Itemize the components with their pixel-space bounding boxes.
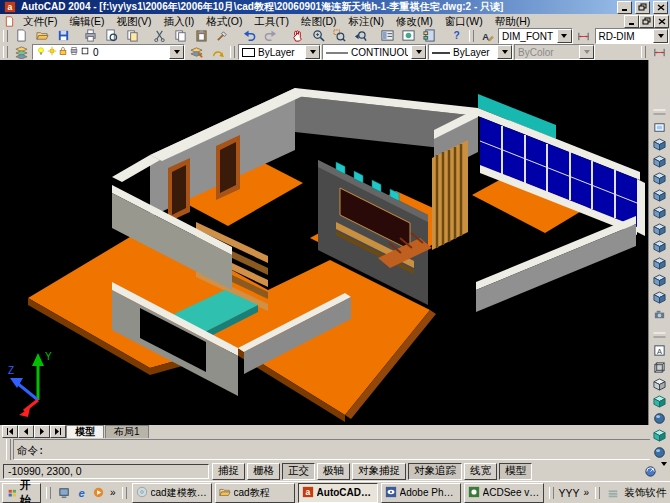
status-toggle-grid[interactable]: 栅格 bbox=[247, 463, 280, 480]
communication-center-icon[interactable] bbox=[642, 464, 658, 480]
menu-item-2[interactable]: 视图(V) bbox=[110, 15, 157, 27]
doc-close-button[interactable] bbox=[654, 15, 669, 28]
bulb-icon[interactable] bbox=[36, 46, 46, 58]
pan-button[interactable] bbox=[287, 28, 307, 44]
status-toggle-osnap[interactable]: 对象捕捉 bbox=[352, 463, 406, 480]
preview-button[interactable] bbox=[101, 28, 121, 44]
menu-item-1[interactable]: 编辑(E) bbox=[63, 15, 110, 27]
nw-isometric-button[interactable] bbox=[650, 290, 669, 307]
taskbar-grip[interactable] bbox=[595, 487, 600, 499]
bottom-view-button[interactable] bbox=[650, 154, 669, 171]
properties-button[interactable] bbox=[377, 28, 397, 44]
taskbar-window-acad[interactable]: aAutoCAD 200... bbox=[298, 483, 378, 503]
2d-wireframe-button[interactable]: A bbox=[650, 343, 669, 360]
menu-item-3[interactable]: 插入(I) bbox=[157, 15, 200, 27]
dim-style-button[interactable] bbox=[574, 28, 594, 44]
linetype-combo[interactable]: CONTINUOUS bbox=[322, 44, 427, 60]
paste-button[interactable] bbox=[191, 28, 211, 44]
design-center-button[interactable] bbox=[398, 28, 418, 44]
menu-item-4[interactable]: 格式(O) bbox=[200, 15, 248, 27]
toolbar-grip[interactable] bbox=[469, 30, 474, 42]
last-tab-button[interactable] bbox=[50, 425, 66, 438]
camera-button[interactable] bbox=[650, 307, 669, 324]
gouraud-shaded-edges-button[interactable] bbox=[650, 445, 669, 462]
combo-dropdown-arrow[interactable] bbox=[653, 29, 668, 43]
left-view-button[interactable] bbox=[650, 171, 669, 188]
flat-shaded-edges-button[interactable] bbox=[650, 428, 669, 445]
show-desktop-icon[interactable] bbox=[56, 485, 72, 501]
lock-icon[interactable] bbox=[58, 46, 68, 58]
zoom-previous-button[interactable] bbox=[350, 28, 370, 44]
status-toggle-ortho[interactable]: 正交 bbox=[282, 463, 315, 480]
cut-button[interactable] bbox=[149, 28, 169, 44]
status-menu-arrow[interactable] bbox=[661, 466, 667, 478]
redo-button[interactable] bbox=[260, 28, 280, 44]
doc-restore-button[interactable] bbox=[639, 15, 654, 28]
tab-layout1[interactable]: 布局1 bbox=[105, 425, 149, 438]
plot-button[interactable] bbox=[80, 28, 100, 44]
band-decor-label[interactable]: 装饰软件 bbox=[624, 486, 666, 500]
combo-dropdown-arrow[interactable] bbox=[169, 45, 184, 59]
3d-wireframe-button[interactable] bbox=[650, 360, 669, 377]
copy-button[interactable] bbox=[170, 28, 190, 44]
toolbar-grip[interactable] bbox=[3, 30, 8, 42]
toolbar-grip[interactable] bbox=[230, 46, 235, 58]
command-window-grip[interactable] bbox=[6, 439, 11, 460]
first-tab-button[interactable] bbox=[2, 425, 18, 438]
match-properties-button[interactable] bbox=[212, 28, 232, 44]
restore-button[interactable] bbox=[635, 1, 650, 14]
menu-item-9[interactable]: 窗口(W) bbox=[439, 15, 489, 27]
menu-item-7[interactable]: 标注(N) bbox=[343, 15, 391, 27]
zoom-realtime-button[interactable] bbox=[308, 28, 328, 44]
sun-icon[interactable] bbox=[47, 46, 57, 58]
sw-isometric-button[interactable] bbox=[650, 239, 669, 256]
minimize-button[interactable] bbox=[617, 1, 632, 14]
menu-item-5[interactable]: 工具(T) bbox=[249, 15, 295, 27]
toolbar-grip[interactable] bbox=[654, 333, 666, 338]
gouraud-shaded-button[interactable] bbox=[650, 411, 669, 428]
tab-model[interactable]: 模型 bbox=[66, 425, 104, 438]
back-view-button[interactable] bbox=[650, 222, 669, 239]
drawing-canvas[interactable]: Y Z bbox=[0, 60, 649, 425]
command-prompt[interactable]: 命令: bbox=[17, 444, 664, 458]
lineweight-combo[interactable]: ByLayer bbox=[428, 44, 513, 60]
taskbar-grip[interactable] bbox=[46, 487, 51, 499]
combo-dropdown-arrow[interactable] bbox=[557, 29, 572, 43]
help-button[interactable]: ? bbox=[446, 28, 466, 44]
open-button[interactable] bbox=[32, 28, 52, 44]
swatch-icon[interactable] bbox=[80, 46, 90, 58]
named-views-button[interactable] bbox=[650, 120, 669, 137]
taskbar-grip[interactable] bbox=[549, 487, 554, 499]
taskbar-window-folder[interactable]: cad教程 bbox=[215, 483, 295, 503]
right-view-button[interactable] bbox=[650, 188, 669, 205]
band-yyy-label[interactable]: YYY bbox=[559, 487, 580, 499]
front-view-button[interactable] bbox=[650, 205, 669, 222]
status-toggle-polar[interactable]: 极轴 bbox=[317, 463, 350, 480]
drawing-area[interactable]: Y Z A bbox=[0, 60, 670, 425]
media-player-icon[interactable] bbox=[90, 485, 106, 501]
layer-previous-button[interactable] bbox=[207, 44, 227, 60]
close-button[interactable] bbox=[653, 1, 668, 14]
start-button[interactable]: 开始 bbox=[2, 483, 41, 503]
flat-shaded-button[interactable] bbox=[650, 394, 669, 411]
combo-dropdown-arrow[interactable] bbox=[305, 45, 320, 59]
status-toggle-model[interactable]: 模型 bbox=[499, 463, 532, 480]
menu-item-10[interactable]: 帮助(H) bbox=[489, 15, 537, 27]
toolbar-grip[interactable] bbox=[3, 46, 8, 58]
tool-palettes-button[interactable] bbox=[419, 28, 439, 44]
undo-button[interactable] bbox=[239, 28, 259, 44]
taskbar-window-acdsee[interactable]: ACDSee v3.1... bbox=[464, 483, 544, 503]
text-style-combo[interactable]: DIM_FONT bbox=[498, 28, 573, 44]
combo-dropdown-arrow[interactable] bbox=[411, 45, 426, 59]
internet-explorer-icon[interactable]: e bbox=[73, 485, 89, 501]
layers-button[interactable] bbox=[11, 44, 31, 60]
dim-style-combo[interactable]: RD-DIM bbox=[595, 28, 670, 44]
status-toggle-otrack[interactable]: 对象追踪 bbox=[408, 463, 462, 480]
toolbar-grip[interactable] bbox=[641, 46, 646, 58]
save-button[interactable] bbox=[53, 28, 73, 44]
toolbar-grip[interactable] bbox=[654, 110, 666, 115]
make-layer-current-button[interactable] bbox=[186, 44, 206, 60]
linear-dimension-button[interactable] bbox=[649, 44, 669, 60]
zoom-window-button[interactable] bbox=[329, 28, 349, 44]
color-combo[interactable]: ByLayer bbox=[238, 44, 321, 60]
